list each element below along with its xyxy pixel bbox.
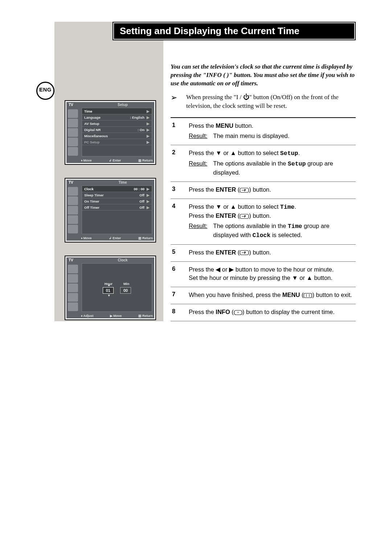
step-row: 8Press the INFO (+) button to display th… [171, 304, 356, 321]
step-body: Press the ENTER () button. [189, 248, 354, 257]
result-text: The options available in the Setup group… [213, 159, 354, 177]
intro-text: You can set the television's clock so th… [171, 63, 356, 88]
osd3-title: Clock [95, 258, 150, 262]
osd-setup-menu: TV Setup Time▶Language: English▶AV Setup… [65, 100, 156, 165]
note-arrow-icon: ➢ [171, 93, 177, 110]
step-number: 7 [172, 291, 179, 299]
step-body: Press the MENU button.Result:The main me… [189, 122, 354, 140]
osd-side-icon [68, 225, 78, 233]
step-row: 7When you have finished, press the MENU … [171, 287, 356, 304]
osd-side-icon [68, 293, 78, 302]
osd-side-icon [68, 109, 78, 118]
osd-side-icon [68, 215, 78, 224]
osd-time-menu: TV Time Clock00 : 00▶Sleep TimerOff▶On T… [65, 178, 156, 242]
osd2-footer-move: ♦ Move [81, 236, 92, 240]
osd3-min-label: Min [123, 282, 129, 286]
step-row: 4Press the ▼ or ▲ button to select Time.… [171, 199, 356, 245]
osd-side-icon [68, 302, 78, 311]
osd2-footer-enter: ↲ Enter [109, 236, 121, 240]
osd-side-icon [68, 196, 78, 205]
osd2-title: Time [95, 180, 150, 184]
page-title: Setting and Displaying the Current Time [114, 23, 354, 39]
osd1-title: Setup [95, 103, 150, 107]
step-body: Press the ▼ or ▲ button to select Time.P… [189, 203, 354, 240]
osd2-tv-label: TV [69, 180, 73, 184]
osd3-hour-value: 01 [103, 287, 114, 294]
step-row: 5Press the ENTER () button. [171, 245, 356, 262]
result-text: The main menu is displayed. [213, 132, 289, 140]
osd3-footer-move: ▶ Move [110, 314, 122, 318]
osd-row: On TimerOff▶ [82, 198, 152, 204]
osd1-footer-return: ▥ Return [138, 159, 153, 162]
svg-text:+: + [237, 311, 239, 314]
language-badge: ENG [36, 82, 54, 100]
down-arrow-icon: ▼ [107, 294, 111, 297]
step-number: 1 [172, 122, 179, 140]
osd-row: Miscellaneous▶ [82, 133, 152, 139]
osd3-footer-return: ▥ Return [138, 314, 153, 318]
result-label: Result: [189, 222, 207, 240]
step-body: Press the ◀ or ▶ button to move to the h… [189, 265, 354, 283]
osd-row: Time▶ [82, 108, 152, 114]
step-number: 4 [172, 203, 179, 240]
osd-row: PC Setup▶ [82, 139, 152, 145]
osd-side-icon [68, 138, 78, 146]
osd-side-icon [68, 147, 78, 156]
osd1-footer-move: ♦ Move [81, 159, 92, 162]
step-row: 2Press the ▼ or ▲ button to select Setup… [171, 145, 356, 182]
osd2-footer: ♦ Move ↲ Enter ▥ Return [81, 236, 153, 240]
osd3-footer: ♦ Adjust ▶ Move ▥ Return [81, 314, 153, 318]
step-row: 6Press the ◀ or ▶ button to move to the … [171, 262, 356, 288]
step-number: 8 [172, 308, 179, 317]
osd2-footer-return: ▥ Return [138, 236, 153, 240]
osd-row: Clock00 : 00▶ [82, 186, 152, 192]
osd-side-icon [68, 119, 78, 127]
osd-row: Off TimerOff▶ [82, 204, 152, 211]
step-row: 3Press the ENTER () button. [171, 182, 356, 199]
osd3-footer-adjust: ♦ Adjust [81, 314, 94, 318]
osd-side-icon [68, 128, 78, 137]
osd3-tv-label: TV [69, 258, 73, 262]
up-arrow-icon: ▲ [107, 284, 111, 287]
osd-side-icon [68, 265, 78, 273]
osd-row: AV Setup▶ [82, 121, 152, 127]
step-body: Press the ENTER () button. [189, 186, 354, 194]
page-title-bar: Setting and Displaying the Current Time [113, 22, 356, 40]
step-number: 3 [172, 186, 179, 194]
osd1-tv-label: TV [69, 103, 73, 107]
step-body: When you have finished, press the MENU (… [189, 291, 354, 299]
step-number: 2 [172, 149, 179, 177]
osd-clock-menu: TV Clock Hour Min ▲ ▼ [65, 256, 156, 320]
step-number: 6 [172, 265, 179, 283]
osd-side-icon [68, 206, 78, 215]
osd-row: Digital NR: On▶ [82, 127, 152, 133]
osd1-footer-enter: ↲ Enter [109, 159, 121, 162]
step-row: 1Press the MENU button.Result:The main m… [171, 117, 356, 145]
svg-rect-3 [304, 293, 312, 298]
result-label: Result: [189, 159, 207, 177]
step-number: 5 [172, 248, 179, 257]
osd3-min-value: 00 [120, 287, 131, 294]
osd-side-icon [68, 187, 78, 196]
result-label: Result: [189, 132, 207, 140]
osd-side-icon [68, 284, 78, 292]
osd-side-icon [68, 274, 78, 283]
osd1-footer: ♦ Move ↲ Enter ▥ Return [81, 159, 153, 162]
note-text: When pressing the "I / ⏻" button (On/Off… [186, 93, 356, 110]
step-body: Press the INFO (+) button to display the… [189, 308, 354, 317]
result-text: The options available in the Time group … [213, 222, 354, 240]
step-body: Press the ▼ or ▲ button to select Setup.… [189, 149, 354, 177]
osd-row: Language: English▶ [82, 114, 152, 121]
osd-row: Sleep TimerOff▶ [82, 192, 152, 198]
